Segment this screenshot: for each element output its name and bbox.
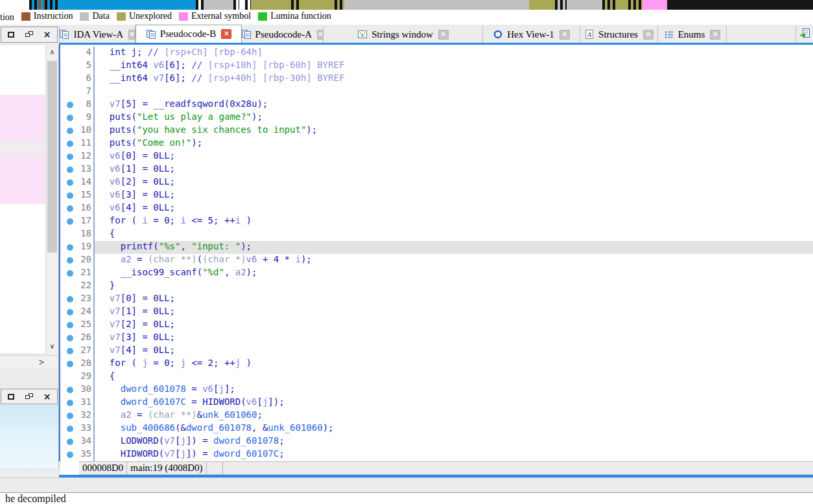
maximize-pane-icon[interactable] <box>7 393 16 401</box>
tab-pseudocode-b[interactable]: Pseudocode-B × <box>136 25 242 43</box>
code-line[interactable]: 21 __isoc99_scanf("%d", a2); <box>60 267 813 280</box>
close-tab-icon[interactable]: × <box>221 29 231 39</box>
scroll-up-icon[interactable]: ∧ <box>46 45 58 60</box>
nav-band-segment[interactable] <box>0 0 29 10</box>
code-line[interactable]: 14 v6[2] = 0LL; <box>60 176 813 189</box>
nav-band-segment[interactable] <box>642 0 667 10</box>
code-line[interactable]: 12 v6[0] = 0LL; <box>60 150 813 163</box>
code-line[interactable]: 24 v7[1] = 0LL; <box>60 306 813 319</box>
code-text: } <box>95 280 813 293</box>
close-tab-icon[interactable]: × <box>317 30 324 40</box>
list-row-block[interactable] <box>0 45 45 95</box>
nav-band-segment[interactable] <box>239 0 245 10</box>
code-line[interactable]: 8 v7[5] = __readfsqword(0x28u); <box>60 98 813 111</box>
nav-band-segment[interactable] <box>555 0 567 10</box>
scroll-down-icon[interactable]: ∨ <box>46 339 58 354</box>
nav-band-segment[interactable] <box>667 0 813 10</box>
nav-band-segment[interactable] <box>29 0 38 10</box>
scroll-right-icon[interactable]: > <box>34 356 49 369</box>
line-number: 10 <box>77 124 91 137</box>
list-row-block[interactable] <box>0 95 45 141</box>
graph-overview-panel[interactable] <box>0 405 58 468</box>
code-line[interactable]: 30 dword_601078 = v6[j]; <box>60 384 813 396</box>
tab-pseudocode-a[interactable]: Pseudocode-A × <box>242 26 324 43</box>
nav-band-segment[interactable] <box>615 0 628 10</box>
code-line[interactable]: 31 dword_60107C = HIDWORD(v6[j]); <box>60 396 813 409</box>
float-pane-icon[interactable] <box>25 393 34 401</box>
nav-band-segment[interactable] <box>45 0 60 10</box>
output-window[interactable]: he decompiled <box>0 493 813 504</box>
list-row-block[interactable] <box>0 204 45 353</box>
code-line[interactable]: 33 sub_400686(&dword_601078, &unk_601060… <box>60 422 813 435</box>
nav-band-segment[interactable] <box>196 0 204 10</box>
maximize-pane-icon[interactable] <box>7 30 16 39</box>
close-tab-icon[interactable]: × <box>710 30 720 40</box>
code-line[interactable]: 18 { <box>60 228 813 241</box>
nav-band-segment[interactable] <box>60 0 196 10</box>
code-line[interactable]: 17 for ( i = 0; i <= 5; ++i ) <box>60 215 813 228</box>
left-panel-vertical-scrollbar[interactable]: ∧ ∨ <box>45 45 58 355</box>
nav-band-segment[interactable] <box>344 0 529 10</box>
nav-band-segment[interactable] <box>335 0 344 10</box>
code-line[interactable]: 28 for ( j = 0; j <= 2; ++j ) <box>60 358 813 371</box>
code-line[interactable]: 15 v6[3] = 0LL; <box>60 189 813 202</box>
code-line[interactable]: 25 v7[2] = 0LL; <box>60 319 813 332</box>
code-line[interactable]: 23 v7[0] = 0LL; <box>60 293 813 306</box>
nav-band-segment[interactable] <box>628 0 642 10</box>
left-panel-horizontal-scrollbar[interactable]: > <box>0 355 58 369</box>
nav-band-segment[interactable] <box>204 0 233 10</box>
code-line[interactable]: 11 puts("Come on!"); <box>60 137 813 150</box>
close-tab-icon[interactable]: × <box>643 30 654 40</box>
nav-band-segment[interactable] <box>602 0 615 10</box>
address-margin <box>60 228 77 241</box>
close-pane-icon[interactable]: × <box>43 30 51 39</box>
tab-hex-view-1[interactable]: Hex View-1 × <box>483 26 580 43</box>
code-line[interactable]: 6 __int64 v7[6]; // [rsp+40h] [rbp-30h] … <box>60 73 813 86</box>
pseudocode-doc-icon <box>146 29 156 40</box>
address-margin <box>60 254 77 267</box>
nav-band-segment[interactable] <box>245 0 251 10</box>
code-line[interactable]: 22 } <box>60 280 813 293</box>
code-line[interactable]: 19 printf("%s", "input: "); <box>60 241 813 254</box>
left-list-panel[interactable] <box>0 45 45 353</box>
legend-swatch <box>179 12 188 21</box>
list-row-block[interactable] <box>0 141 45 157</box>
code-line[interactable]: 7 <box>60 86 813 98</box>
nav-band-segment[interactable] <box>251 0 291 10</box>
close-pane-icon[interactable]: × <box>43 393 51 401</box>
code-line[interactable]: 5 __int64 v6[6]; // [rsp+10h] [rbp-60h] … <box>60 60 813 73</box>
nav-band-segment[interactable] <box>529 0 555 10</box>
window-list-button[interactable] <box>795 26 813 43</box>
nav-band-segment[interactable] <box>567 0 602 10</box>
nav-band-segment[interactable] <box>38 0 45 10</box>
code-line[interactable]: 13 v6[1] = 0LL; <box>60 163 813 176</box>
code-line[interactable]: 20 a2 = (char **)((char *)v6 + 4 * i); <box>60 254 813 267</box>
code-line[interactable]: 26 v7[3] = 0LL; <box>60 332 813 345</box>
code-line[interactable]: 16 v6[4] = 0LL; <box>60 202 813 215</box>
close-tab-icon[interactable]: × <box>438 30 449 40</box>
code-line[interactable]: 10 puts("you have six chances to input")… <box>60 124 813 137</box>
close-tab-icon[interactable]: × <box>128 30 135 40</box>
nav-band-segment[interactable] <box>291 0 299 10</box>
pseudocode-view[interactable]: 4 int j; // [rsp+Ch] [rbp-64h]5 __int64 … <box>59 45 813 461</box>
line-number: 25 <box>77 319 91 332</box>
code-line[interactable]: 27 v7[4] = 0LL; <box>60 345 813 358</box>
nav-band-segment[interactable] <box>299 0 335 10</box>
code-line[interactable]: 4 int j; // [rsp+Ch] [rbp-64h] <box>60 47 813 60</box>
close-tab-icon[interactable]: × <box>560 30 570 40</box>
code-line[interactable]: 35 HIDWORD(v7[j]) = dword_60107C; <box>60 448 813 461</box>
code-line[interactable]: 9 puts("Let us play a game?"); <box>60 111 813 124</box>
tab-ida-view-a[interactable]: IDA View-A × <box>59 26 136 43</box>
list-row-block[interactable] <box>0 157 45 204</box>
tab-strings-window[interactable]: 's' Strings window × <box>324 26 483 43</box>
scrollbar-thumb[interactable] <box>47 61 57 253</box>
nav-band-segment[interactable] <box>233 0 239 10</box>
code-line[interactable]: 29 { <box>60 371 813 384</box>
code-line[interactable]: 32 a2 = (char **)&unk_601060; <box>60 409 813 422</box>
navigation-band[interactable] <box>0 0 813 10</box>
tab-enums[interactable]: Enums × <box>658 26 727 43</box>
float-pane-icon[interactable] <box>25 30 34 39</box>
address-dot-icon <box>67 257 73 264</box>
code-line[interactable]: 34 LODWORD(v7[j]) = dword_601078; <box>60 435 813 448</box>
tab-structures[interactable]: A Structures × <box>580 26 658 43</box>
